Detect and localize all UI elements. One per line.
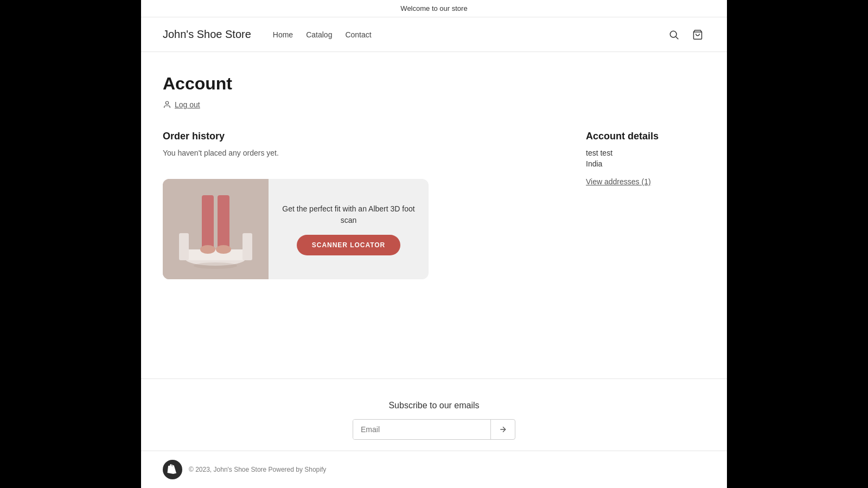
user-icon — [163, 100, 171, 109]
svg-point-11 — [200, 245, 215, 254]
footer-bottom: © 2023, John's Shoe Store Powered by Sho… — [141, 451, 727, 488]
logout-link[interactable]: Log out — [163, 100, 705, 109]
svg-line-1 — [676, 36, 679, 39]
header-icons — [666, 27, 705, 42]
subscribe-title: Subscribe to our emails — [388, 401, 479, 410]
svg-rect-7 — [179, 233, 189, 260]
nav-home[interactable]: Home — [273, 30, 293, 39]
svg-rect-9 — [202, 195, 214, 249]
email-submit-button[interactable] — [490, 420, 515, 439]
main-content: Account Log out Order history You haven'… — [141, 52, 727, 378]
scanner-content: Get the perfect fit with an Albert 3D fo… — [269, 179, 429, 279]
svg-point-3 — [165, 101, 168, 104]
scanner-locator-button[interactable]: SCANNER LOCATOR — [297, 235, 400, 255]
svg-rect-10 — [218, 195, 229, 249]
nav-catalog[interactable]: Catalog — [306, 30, 332, 39]
scanner-text: Get the perfect fit with an Albert 3D fo… — [282, 203, 416, 226]
email-form — [353, 419, 515, 440]
view-addresses-link[interactable]: View addresses (1) — [586, 177, 651, 186]
svg-rect-6 — [186, 249, 245, 260]
store-logo[interactable]: John's Shoe Store — [163, 28, 251, 41]
account-grid: Order history You haven't placed any ord… — [163, 131, 705, 279]
site-header: John's Shoe Store Home Catalog Contact — [141, 17, 727, 52]
page-title: Account — [163, 74, 705, 94]
cart-icon — [692, 29, 703, 40]
search-icon — [668, 29, 679, 40]
search-button[interactable] — [666, 27, 681, 42]
announcement-text: Welcome to our store — [400, 4, 467, 12]
arrow-right-icon — [499, 425, 507, 434]
nav-contact[interactable]: Contact — [345, 30, 371, 39]
scanner-image — [163, 179, 269, 279]
announcement-bar: Welcome to our store — [141, 0, 727, 17]
svg-point-12 — [216, 245, 231, 254]
no-orders-text: You haven't placed any orders yet. — [163, 149, 564, 157]
account-details-title: Account details — [586, 131, 705, 142]
shopify-icon — [167, 464, 178, 475]
svg-point-13 — [194, 262, 237, 269]
email-input[interactable] — [353, 420, 490, 439]
scanner-banner: Get the perfect fit with an Albert 3D fo… — [163, 179, 429, 279]
account-details-section: Account details test test India View add… — [586, 131, 705, 279]
logout-label: Log out — [175, 100, 200, 109]
main-nav: Home Catalog Contact — [273, 30, 666, 39]
cart-button[interactable] — [690, 27, 705, 42]
shopify-badge — [163, 460, 182, 479]
footer-copyright: © 2023, John's Shoe Store Powered by Sho… — [189, 466, 326, 473]
account-country: India — [586, 159, 705, 168]
svg-point-0 — [670, 31, 676, 37]
svg-rect-8 — [242, 233, 252, 260]
order-history-section: Order history You haven't placed any ord… — [163, 131, 564, 279]
footer-subscribe: Subscribe to our emails — [141, 378, 727, 451]
foot-scanner-illustration — [163, 179, 269, 279]
account-name: test test — [586, 149, 705, 157]
order-history-title: Order history — [163, 131, 564, 142]
